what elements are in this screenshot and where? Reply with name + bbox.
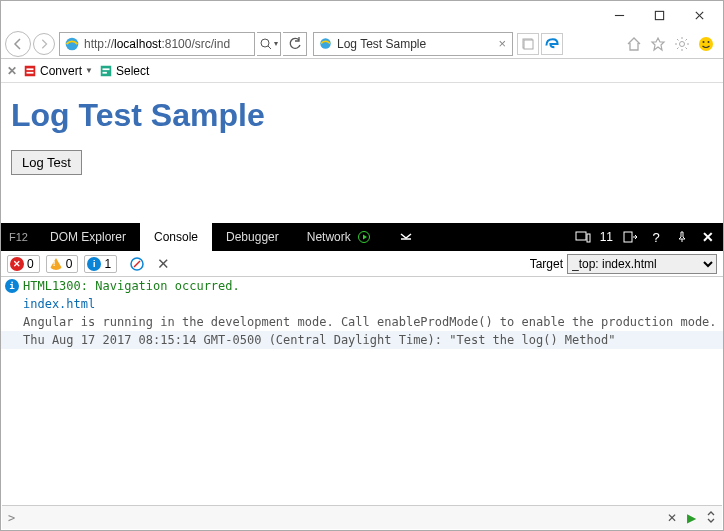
- smiley-icon[interactable]: [697, 35, 715, 53]
- svg-rect-9: [524, 40, 533, 49]
- svg-rect-22: [576, 232, 586, 240]
- clear-input-button[interactable]: ✕: [667, 511, 677, 525]
- refresh-button[interactable]: [283, 32, 307, 56]
- clear-console-button[interactable]: ✕: [153, 254, 173, 274]
- errors-filter[interactable]: ✕ 0: [7, 255, 40, 273]
- svg-rect-15: [27, 68, 34, 70]
- select-button[interactable]: Select: [99, 64, 149, 78]
- expand-button[interactable]: [706, 511, 716, 525]
- toolbar-close-button[interactable]: ✕: [7, 64, 17, 78]
- browser-toolbar-right: [625, 35, 719, 53]
- url-text: http://localhost:8100/src/ind: [84, 37, 254, 51]
- svg-rect-14: [25, 65, 36, 76]
- info-filter[interactable]: i 1: [84, 255, 117, 273]
- svg-rect-19: [102, 71, 106, 73]
- help-icon[interactable]: ?: [647, 228, 665, 246]
- ie-icon: [318, 36, 333, 51]
- settings-icon[interactable]: [673, 35, 691, 53]
- svg-rect-16: [27, 71, 34, 73]
- search-button[interactable]: ▾: [257, 32, 281, 56]
- info-icon: i: [5, 279, 19, 293]
- console-output[interactable]: i HTML1300: Navigation occurred. index.h…: [1, 277, 723, 487]
- address-bar[interactable]: http://localhost:8100/src/ind: [59, 32, 255, 56]
- overflow-button[interactable]: [385, 223, 427, 251]
- home-icon[interactable]: [625, 35, 643, 53]
- f12-label: F12: [1, 223, 36, 251]
- console-row-file[interactable]: index.html: [1, 295, 723, 313]
- page-content: Log Test Sample Log Test: [1, 83, 723, 223]
- play-icon: [357, 230, 371, 244]
- minimize-button[interactable]: [599, 3, 639, 27]
- run-button[interactable]: ▶: [687, 511, 696, 525]
- svg-rect-23: [587, 234, 590, 242]
- pin-icon[interactable]: [673, 228, 691, 246]
- svg-point-10: [680, 41, 685, 46]
- svg-rect-17: [101, 65, 112, 76]
- window-titlebar: [1, 1, 723, 29]
- pdf-icon: [23, 64, 37, 78]
- console-row: Angular is running in the development mo…: [1, 313, 723, 331]
- error-count: 11: [600, 230, 613, 244]
- page-heading: Log Test Sample: [11, 97, 713, 134]
- browser-tab[interactable]: Log Test Sample ×: [313, 32, 513, 56]
- console-row: Thu Aug 17 2017 08:15:14 GMT-0500 (Centr…: [1, 331, 723, 349]
- emulation-icon[interactable]: [574, 228, 592, 246]
- new-tab-button[interactable]: [517, 33, 539, 55]
- devtools-tabbar: F12 DOM Explorer Console Debugger Networ…: [1, 223, 723, 251]
- log-test-button[interactable]: Log Test: [11, 150, 82, 175]
- favorites-icon[interactable]: [649, 35, 667, 53]
- tab-title: Log Test Sample: [337, 37, 496, 51]
- tab-dom-explorer[interactable]: DOM Explorer: [36, 223, 140, 251]
- pdf-toolbar: ✕ Convert ▼ Select: [1, 59, 723, 83]
- svg-point-5: [261, 39, 269, 47]
- target-select[interactable]: _top: index.html: [567, 254, 717, 274]
- devtools-close-button[interactable]: ✕: [699, 228, 717, 246]
- warning-icon: !: [49, 258, 63, 270]
- tab-debugger[interactable]: Debugger: [212, 223, 293, 251]
- back-button[interactable]: [5, 31, 31, 57]
- console-toolbar: ✕ 0 ! 0 i 1 ✕ Target _top: index.html: [1, 251, 723, 277]
- console-row: i HTML1300: Navigation occurred.: [1, 277, 723, 295]
- svg-point-11: [699, 37, 713, 51]
- warnings-filter[interactable]: ! 0: [46, 255, 79, 273]
- select-icon: [99, 64, 113, 78]
- svg-rect-18: [102, 68, 109, 70]
- edge-button[interactable]: [541, 33, 563, 55]
- ie-icon: [63, 35, 81, 53]
- convert-button[interactable]: Convert ▼: [23, 64, 93, 78]
- forward-button[interactable]: [33, 33, 55, 55]
- svg-line-6: [268, 46, 271, 49]
- preserve-log-icon[interactable]: [127, 254, 147, 274]
- step-icon[interactable]: [621, 228, 639, 246]
- close-button[interactable]: [679, 3, 719, 27]
- svg-point-13: [708, 41, 710, 43]
- error-icon: ✕: [10, 257, 24, 271]
- console-prompt[interactable]: >: [2, 511, 21, 525]
- svg-point-12: [703, 41, 705, 43]
- console-input-bar: > ✕ ▶: [2, 505, 722, 529]
- tab-console[interactable]: Console: [140, 223, 212, 251]
- svg-rect-1: [655, 11, 663, 19]
- tab-network[interactable]: Network: [293, 223, 385, 251]
- info-icon: i: [87, 257, 101, 271]
- browser-navbar: http://localhost:8100/src/ind ▾ Log Test…: [1, 29, 723, 59]
- target-label: Target: [530, 257, 563, 271]
- tab-close-button[interactable]: ×: [496, 36, 508, 51]
- maximize-button[interactable]: [639, 3, 679, 27]
- svg-rect-24: [624, 232, 632, 242]
